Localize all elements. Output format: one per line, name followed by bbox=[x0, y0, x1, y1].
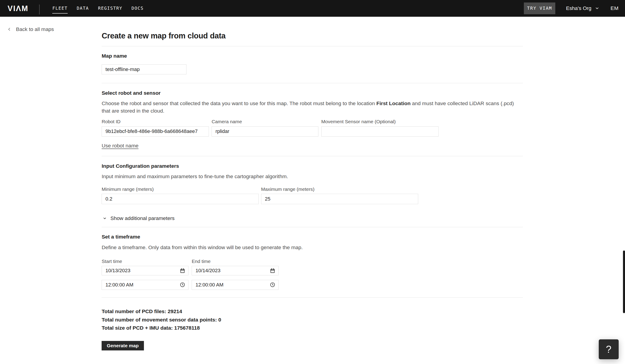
data-size-value: 175678118 bbox=[174, 325, 200, 331]
nav-right: TRY VIAM Esha's Org EM bbox=[524, 2, 619, 14]
end-time-input[interactable]: 12:00:00 AM bbox=[192, 280, 279, 290]
start-time-input[interactable]: 12:00:00 AM bbox=[102, 280, 188, 290]
robot-id-label: Robot ID bbox=[102, 119, 209, 125]
max-range-field: Maximum range (meters) bbox=[261, 186, 418, 204]
section-divider bbox=[102, 297, 523, 298]
generate-map-button[interactable]: Generate map bbox=[102, 341, 144, 350]
user-avatar-initials[interactable]: EM bbox=[611, 5, 619, 11]
calendar-icon[interactable] bbox=[180, 268, 185, 273]
robot-id-input[interactable] bbox=[102, 126, 209, 137]
chevron-down-icon bbox=[103, 216, 107, 221]
use-robot-name-link[interactable]: Use robot name bbox=[102, 143, 138, 149]
show-additional-parameters-toggle[interactable]: Show additional parameters bbox=[102, 215, 174, 221]
movement-points-total: Total number of movement sensor data poi… bbox=[102, 316, 523, 324]
back-to-all-maps-link[interactable]: Back to all maps bbox=[7, 26, 54, 32]
start-date-input[interactable]: 10/13/2023 bbox=[102, 266, 188, 275]
min-range-input[interactable] bbox=[102, 194, 259, 204]
map-name-input[interactable] bbox=[102, 64, 187, 74]
pcd-files-total: Total number of PCD files: 29214 bbox=[102, 307, 523, 316]
back-link-label: Back to all maps bbox=[16, 26, 54, 32]
movement-points-value: 0 bbox=[218, 317, 221, 323]
nav-separator bbox=[39, 4, 40, 14]
page-title: Create a new map from cloud data bbox=[102, 31, 523, 41]
data-size-total: Total size of PCD + IMU data: 175678118 bbox=[102, 324, 523, 332]
end-time-label: End time bbox=[192, 258, 279, 264]
scrollbar-thumb[interactable] bbox=[623, 251, 625, 313]
camera-name-field: Camera name bbox=[212, 119, 318, 137]
pcd-files-label: Total number of PCD files: bbox=[102, 308, 166, 314]
camera-name-label: Camera name bbox=[212, 119, 318, 125]
section-divider bbox=[102, 227, 523, 227]
timeframe-heading: Set a timeframe bbox=[102, 234, 523, 240]
try-viam-button[interactable]: TRY VIAM bbox=[524, 2, 555, 14]
calendar-icon[interactable] bbox=[270, 268, 275, 273]
max-range-input[interactable] bbox=[261, 194, 418, 204]
start-time-label: Start time bbox=[102, 258, 188, 264]
nav-item-docs[interactable]: DOCS bbox=[131, 3, 144, 14]
nav-item-data[interactable]: DATA bbox=[77, 3, 89, 14]
section-divider bbox=[102, 83, 523, 83]
org-switcher[interactable]: Esha's Org bbox=[566, 5, 599, 11]
help-button[interactable]: ? bbox=[599, 339, 619, 359]
max-range-label: Maximum range (meters) bbox=[261, 186, 418, 192]
end-date-input[interactable]: 10/14/2023 bbox=[192, 266, 279, 275]
section-divider bbox=[102, 46, 523, 46]
timeframe-grid: Start time 10/13/2023 12:00:00 AM End ti… bbox=[102, 258, 523, 290]
range-fields-row: Minimum range (meters) Maximum range (me… bbox=[102, 186, 523, 204]
camera-name-input[interactable] bbox=[212, 126, 318, 137]
end-date-value: 10/14/2023 bbox=[195, 268, 220, 274]
start-date-value: 10/13/2023 bbox=[105, 268, 130, 274]
min-range-label: Minimum range (meters) bbox=[102, 186, 259, 192]
robot-desc-before: Choose the robot and sensor that collect… bbox=[102, 100, 376, 106]
create-map-form: Create a new map from cloud data Map nam… bbox=[102, 17, 523, 351]
config-params-description: Input minimum and maximum parameters to … bbox=[102, 173, 516, 180]
left-gutter: Back to all maps bbox=[0, 17, 102, 351]
timeframe-description: Define a timeframe. Only data from withi… bbox=[102, 244, 516, 251]
start-time-column: Start time 10/13/2023 12:00:00 AM bbox=[102, 258, 188, 290]
end-time-value: 12:00:00 AM bbox=[195, 282, 223, 288]
config-params-heading: Input Configuration parameters bbox=[102, 163, 523, 169]
show-additional-label: Show additional parameters bbox=[110, 215, 175, 221]
location-name: First Location bbox=[376, 100, 410, 106]
nav-item-fleet[interactable]: FLEET bbox=[52, 3, 67, 14]
map-name-heading: Map name bbox=[102, 53, 523, 59]
top-nav: VIΛM FLEET DATA REGISTRY DOCS TRY VIAM E… bbox=[0, 0, 625, 17]
viam-logo[interactable]: VIΛM bbox=[7, 4, 28, 12]
org-name: Esha's Org bbox=[566, 5, 591, 11]
data-size-label: Total size of PCD + IMU data: bbox=[102, 325, 173, 331]
movement-points-label: Total number of movement sensor data poi… bbox=[102, 317, 217, 323]
nav-item-registry[interactable]: REGISTRY bbox=[98, 3, 122, 14]
data-summary: Total number of PCD files: 29214 Total n… bbox=[102, 307, 523, 332]
nav-menu: FLEET DATA REGISTRY DOCS bbox=[52, 3, 143, 14]
end-time-column: End time 10/14/2023 12:00:00 AM bbox=[192, 258, 279, 290]
robot-fields-row: Robot ID Camera name Movement Sensor nam… bbox=[102, 119, 523, 137]
robot-id-field: Robot ID bbox=[102, 119, 209, 137]
robot-sensor-description: Choose the robot and sensor that collect… bbox=[102, 100, 516, 115]
chevron-down-icon bbox=[595, 6, 599, 10]
clock-icon[interactable] bbox=[270, 282, 275, 287]
page-content: Back to all maps Create a new map from c… bbox=[0, 17, 625, 351]
robot-sensor-heading: Select robot and sensor bbox=[102, 90, 523, 96]
movement-sensor-label: Movement Sensor name (Optional) bbox=[321, 119, 438, 125]
min-range-field: Minimum range (meters) bbox=[102, 186, 259, 204]
start-time-value: 12:00:00 AM bbox=[105, 282, 133, 288]
pcd-files-value: 29214 bbox=[168, 308, 182, 314]
movement-sensor-input[interactable] bbox=[321, 126, 438, 137]
clock-icon[interactable] bbox=[180, 282, 185, 287]
chevron-left-icon bbox=[7, 27, 12, 32]
movement-sensor-field: Movement Sensor name (Optional) bbox=[321, 119, 438, 137]
